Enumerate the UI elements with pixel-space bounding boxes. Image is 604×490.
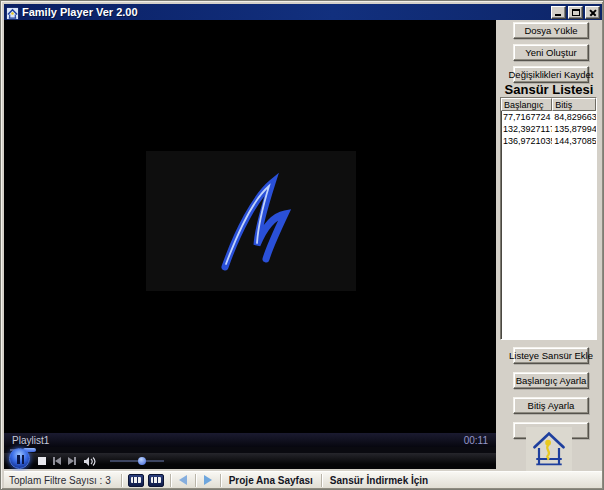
back-arrow-icon: [179, 475, 187, 485]
create-new-button[interactable]: Yeni Oluştur: [513, 44, 589, 61]
set-start-button[interactable]: Başlangıç Ayarla: [513, 372, 589, 389]
set-end-button[interactable]: Bitiş Ayarla: [513, 397, 589, 414]
divider: [170, 474, 171, 487]
mute-button[interactable]: [83, 456, 97, 467]
video-frame: [146, 151, 356, 291]
side-panel: Dosya Yükle Yeni Oluştur Değişiklikleri …: [496, 20, 602, 469]
censor-list-header: Başlangıç Bitiş: [501, 98, 596, 111]
table-row[interactable]: 136,9721035 144,370854: [501, 135, 596, 147]
load-file-button[interactable]: Dosya Yükle: [513, 22, 589, 39]
previous-button[interactable]: [53, 457, 61, 465]
divider: [220, 474, 221, 487]
column-header-start[interactable]: Başlangıç: [501, 98, 552, 111]
table-row[interactable]: 77,7167724 84,829663: [501, 111, 596, 123]
censor-list[interactable]: Başlangıç Bitiş 77,7167724 84,829663 132…: [500, 97, 597, 340]
download-censor-link[interactable]: Sansür İndirmek İçin: [326, 475, 432, 486]
next-button[interactable]: [68, 457, 76, 465]
video-area: [4, 20, 496, 433]
forward-icon: [151, 477, 161, 483]
forward-arrow-button[interactable]: [200, 474, 216, 487]
window-title: Family Player Ver 2.00: [22, 6, 551, 18]
house-icon: [529, 429, 569, 469]
player-controls: [4, 453, 496, 469]
pause-icon: [17, 455, 20, 464]
add-censor-button[interactable]: Listeye Sansür Ekle: [513, 347, 589, 364]
speaker-icon: [83, 456, 97, 467]
title-bar: Family Player Ver 2.00: [4, 4, 602, 20]
minimize-icon: [555, 14, 561, 16]
project-home-link[interactable]: Proje Ana Sayfası: [225, 475, 317, 486]
save-changes-button[interactable]: Değişiklikleri Kaydet: [513, 66, 589, 83]
table-row[interactable]: 132,3927117 135,87994...: [501, 123, 596, 135]
playlist-item-label[interactable]: Playlist1: [12, 435, 49, 446]
filter-count-label: Toplam Filtre Sayısı : 3: [4, 475, 117, 486]
rewind-icon: [131, 477, 141, 483]
family-home-logo: [526, 427, 572, 471]
playlist-bar[interactable]: Playlist1 00:11: [4, 433, 496, 447]
divider: [121, 474, 122, 487]
stop-icon: [38, 457, 46, 465]
back-arrow-button[interactable]: [175, 474, 191, 487]
stop-button[interactable]: [38, 457, 46, 465]
volume-slider[interactable]: [110, 460, 164, 462]
status-bar: Toplam Filtre Sayısı : 3 Proje Ana Sayfa…: [4, 471, 602, 488]
censor-list-title: Sansür Listesi: [496, 82, 602, 97]
close-button[interactable]: [585, 6, 600, 19]
minimize-button[interactable]: [551, 6, 566, 19]
volume-thumb[interactable]: [138, 457, 146, 465]
previous-icon: [55, 457, 61, 465]
maximize-icon: [572, 9, 580, 16]
app-window: Family Player Ver 2.00 Playlist1 00:11: [0, 0, 604, 490]
elapsed-time: 00:11: [464, 435, 488, 446]
maximize-button[interactable]: [568, 6, 583, 19]
video-logo-swoosh: [211, 171, 291, 271]
app-icon: [6, 6, 19, 19]
divider: [195, 474, 196, 487]
divider: [321, 474, 322, 487]
rewind-button[interactable]: [128, 474, 144, 487]
window-controls: [551, 6, 600, 19]
forward-button[interactable]: [148, 474, 164, 487]
pause-button[interactable]: [9, 448, 30, 469]
column-header-end[interactable]: Bitiş: [552, 98, 596, 111]
forward-arrow-icon: [204, 475, 212, 485]
